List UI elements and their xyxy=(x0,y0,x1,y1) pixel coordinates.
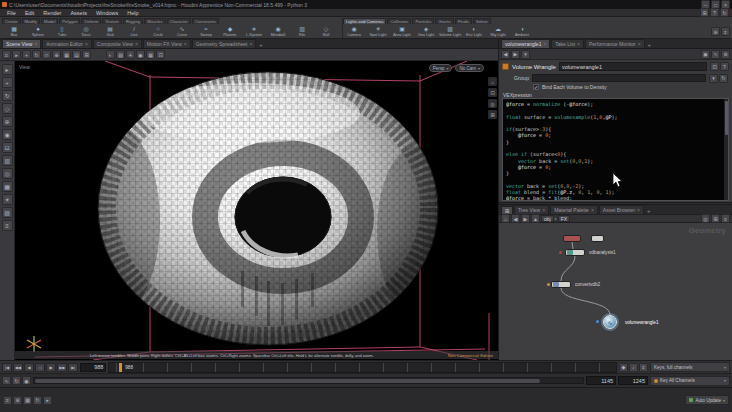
group-reset-icon[interactable]: ↻ xyxy=(719,74,728,83)
add-pane-tab-button[interactable]: + xyxy=(646,42,654,48)
viewport-layout-icon[interactable]: ⊞ xyxy=(82,50,91,59)
shelf-tool-camera[interactable]: ◉Camera xyxy=(342,26,366,37)
shelf-tool-sphere[interactable]: ●Sphere xyxy=(26,26,50,37)
shelf-tool-circle[interactable]: ○Circle xyxy=(146,26,170,37)
render-region-icon[interactable]: ⊡ xyxy=(2,142,13,153)
vex-code-line[interactable]: @force = back * blend; xyxy=(506,195,722,200)
close-icon[interactable]: × xyxy=(249,41,252,47)
node-history-icon[interactable]: ▾ xyxy=(521,50,530,59)
network-node-partial-1[interactable] xyxy=(563,235,581,242)
pane-tab-tree-view[interactable]: Tree View× xyxy=(514,205,549,214)
lock-icon[interactable]: ⊡ xyxy=(710,62,719,71)
link-icon[interactable]: ∿ xyxy=(711,50,720,59)
shelf-tool-metaball[interactable]: ◉Metaball xyxy=(266,26,290,37)
range-scrollbar-thumb[interactable] xyxy=(35,379,540,383)
close-icon[interactable]: × xyxy=(34,41,37,47)
audio-icon[interactable]: ♪ xyxy=(629,363,638,372)
menu-edit[interactable]: Edit xyxy=(21,10,38,16)
help-icon[interactable]: ? xyxy=(710,8,719,17)
menu-help[interactable]: Help xyxy=(123,10,142,16)
playback-options-icon[interactable]: ≡ xyxy=(639,363,648,372)
light-toggle-icon[interactable]: ☀ xyxy=(2,194,13,205)
network-editor-canvas[interactable]: Geometry vdbanalysis1 convertvdb2 ∿ volu… xyxy=(499,223,732,360)
net-up-icon[interactable]: ▲ xyxy=(531,214,540,223)
net-path-obj[interactable]: obj xyxy=(541,215,554,222)
view-snap-icon[interactable]: ⊞ xyxy=(488,110,497,119)
shelf-tool-geo-light[interactable]: ◈Geo Light xyxy=(414,26,438,37)
transport-play-button[interactable]: ▶ xyxy=(46,363,56,372)
move-tool-icon[interactable]: + xyxy=(2,77,13,88)
shelf-tool-sky-light[interactable]: ☁Sky Light xyxy=(486,26,510,37)
code-scrollbar[interactable] xyxy=(724,99,728,200)
reference-grid-icon[interactable]: ▦ xyxy=(146,50,155,59)
handles-icon[interactable]: ⊕ xyxy=(52,50,61,59)
shelf-tool-file[interactable]: ▥File xyxy=(290,26,314,37)
snapshot-icon[interactable]: ◎ xyxy=(2,168,13,179)
transport-play-reverse-button[interactable]: ◁ xyxy=(35,363,45,372)
key-channels-dropdown[interactable]: Key All Channels▾ xyxy=(650,376,730,386)
net-display-icon[interactable]: ◎ xyxy=(701,214,710,223)
node-name-field[interactable]: volumewrangle1 xyxy=(559,62,707,71)
bind-density-checkbox[interactable]: ✓ xyxy=(533,84,539,90)
pane-tab-volumewrangle1[interactable]: volumewrangle1× xyxy=(501,39,550,48)
rotate-tool-icon[interactable]: ↻ xyxy=(2,90,13,101)
shading-mode-icon[interactable]: ◐ xyxy=(106,50,115,59)
pin-icon[interactable]: ◉ xyxy=(701,50,710,59)
viewport-canvas[interactable]: View Persp▾ No Cam▾ ⌂⊡◎⊞ Left mouse tumb… xyxy=(15,61,498,360)
select-icon[interactable]: ▸ xyxy=(12,50,21,59)
transport-jump-end-button[interactable]: ▶| xyxy=(68,363,78,372)
pane-tab-scene-view[interactable]: Scene View× xyxy=(2,39,41,48)
scale-icon[interactable]: ◇ xyxy=(42,50,51,59)
network-node-convertvdb[interactable] xyxy=(551,281,571,288)
code-scrollbar-thumb[interactable] xyxy=(725,101,728,135)
wireframe-icon[interactable]: ▧ xyxy=(116,50,125,59)
net-menu-icon[interactable]: ≡ xyxy=(721,214,730,223)
display-flags-icon[interactable]: ≡ xyxy=(2,220,13,231)
shelf-tool-l-system[interactable]: ∗L-System xyxy=(242,26,266,37)
network-node-volumewrangle[interactable]: ∿ xyxy=(603,315,617,329)
transport-next-frame-button[interactable]: ▶▶ xyxy=(57,363,67,372)
net-grid-icon[interactable]: ⊞ xyxy=(711,214,720,223)
range-end-field[interactable]: 1245 xyxy=(618,376,648,385)
timeline-range-scrollbar[interactable] xyxy=(33,377,584,384)
group-dropdown-icon[interactable]: ▾ xyxy=(709,74,718,83)
translate-icon[interactable]: + xyxy=(22,50,31,59)
shelf-gear-icon[interactable]: ⊛ xyxy=(711,27,720,36)
shelf-tool-volume-light[interactable]: ▨Volume Light xyxy=(438,26,462,37)
back-arrow-icon[interactable]: ◀ xyxy=(501,50,510,59)
net-back-icon[interactable]: ◀ xyxy=(511,214,520,223)
pane-tab-motion-fx-view[interactable]: Motion FX View× xyxy=(143,39,191,48)
group-input[interactable] xyxy=(532,74,706,82)
pane-tab-asset-browser[interactable]: Asset Browser× xyxy=(599,205,644,214)
camera-select-button[interactable]: No Cam▾ xyxy=(455,64,484,72)
loop-icon[interactable]: ↻ xyxy=(12,376,21,385)
menu-file[interactable]: File xyxy=(3,10,20,16)
shelf-tool-box[interactable]: ▦Box xyxy=(2,26,26,37)
shelf-tool-platonic[interactable]: ◆Platonic xyxy=(218,26,242,37)
lighting-icon[interactable]: ☀ xyxy=(126,50,135,59)
playhead[interactable] xyxy=(119,363,122,372)
shelf-tool-area-light[interactable]: ▣Area Light xyxy=(390,26,414,37)
grid-toggle-icon[interactable]: ▦ xyxy=(2,181,13,192)
close-icon[interactable]: × xyxy=(577,41,580,47)
close-icon[interactable]: × xyxy=(638,41,641,47)
net-forward-icon[interactable]: ▶ xyxy=(521,214,530,223)
network-node-partial-2[interactable] xyxy=(591,235,604,242)
keyframe-icon[interactable]: ◆ xyxy=(619,363,628,372)
shelf-tool-curve[interactable]: ∿Curve xyxy=(170,26,194,37)
view-home-icon[interactable]: ⌂ xyxy=(488,77,497,86)
view-tool-icon[interactable]: ◉ xyxy=(2,129,13,140)
select-tool-icon[interactable]: ▸ xyxy=(2,64,13,75)
close-icon[interactable]: × xyxy=(184,41,187,47)
transport-prev-key-button[interactable]: ◀◀ xyxy=(13,363,23,372)
refresh-icon[interactable]: ↻ xyxy=(720,8,729,17)
view-frame-icon[interactable]: ⊡ xyxy=(488,88,497,97)
close-icon[interactable]: × xyxy=(85,41,88,47)
anim-toggle-icon[interactable]: ∿ xyxy=(2,376,11,385)
transport-jump-start-button[interactable]: |◀ xyxy=(2,363,12,372)
snap-point-icon[interactable]: ▤ xyxy=(72,50,81,59)
close-icon[interactable]: × xyxy=(543,41,546,47)
shelf-tool-grid[interactable]: ▤Grid xyxy=(98,26,122,37)
close-icon[interactable]: × xyxy=(591,207,594,213)
forward-arrow-icon[interactable]: ▶ xyxy=(511,50,520,59)
